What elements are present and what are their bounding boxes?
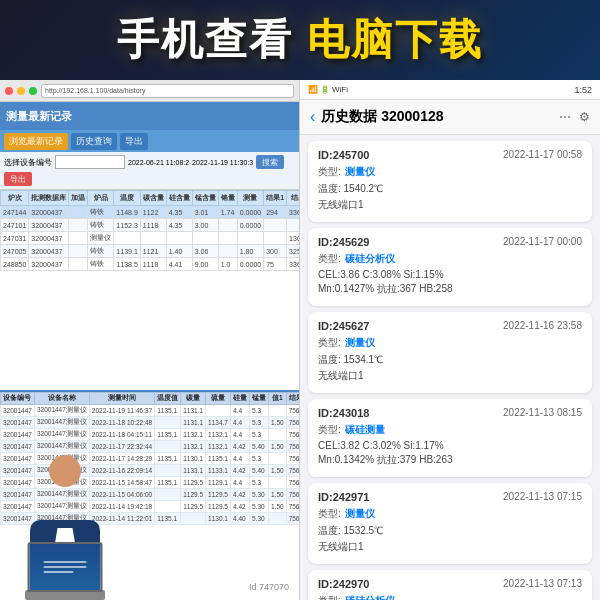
card-header: ID:242971 2022-11-13 07:15 xyxy=(318,491,582,503)
pc-table-wrap: 炉次 批测数据库 加温 炉品 温度 碳含量 硅含量 锰含量 铬量 测量 结果1 … xyxy=(0,190,299,365)
mobile-card-3[interactable]: ID:245627 2022-11-16 23:58 类型: 测量仪 温度: 1… xyxy=(308,312,592,393)
card-type-row: 类型: 碳硅分析仪 xyxy=(318,252,582,266)
mobile-card-1[interactable]: ID:245700 2022-11-17 00:58 类型: 测量仪 温度: 1… xyxy=(308,141,592,222)
card-date: 2022-11-13 07:15 xyxy=(503,491,582,503)
card-id: ID:242971 xyxy=(318,491,369,503)
card-header: ID:242970 2022-11-13 07:13 xyxy=(318,578,582,590)
card-header: ID:245629 2022-11-17 00:00 xyxy=(318,236,582,248)
card-data-temp: 温度: 1532.5℃ xyxy=(318,524,582,538)
card-date: 2022-11-16 23:58 xyxy=(503,320,582,332)
mobile-statusbar: 📶 🔋 WiFi 1:52 xyxy=(300,80,600,100)
card-type-row: 类型: 测量仪 xyxy=(318,165,582,179)
card-date: 2022-11-17 00:00 xyxy=(503,236,582,248)
card-type-row: 类型: 碳硅分析仪 xyxy=(318,594,582,600)
table-row: 3200144732001447测量仪2022-11-17 14:28:29 1… xyxy=(1,453,300,465)
pc-bottom-table: 设备编号 设备名称 测量时间 温度值 碳量 硫量 硅量 锰量 值1 结果 xyxy=(0,392,299,525)
main-content: http://192.168.1.100/data/history 测量最新记录… xyxy=(0,80,600,600)
table-row: 3200144732001447测量仪2022-11-19 11:46:37 1… xyxy=(1,405,300,417)
card-id: ID:243018 xyxy=(318,407,369,419)
table-row: 24703132000437测量仪 1307.8 详情 xyxy=(1,232,300,245)
banner-text: 手机查看 电脑下载 xyxy=(117,12,483,68)
mobile-card-2[interactable]: ID:245629 2022-11-17 00:00 类型: 碳硅分析仪 CEL… xyxy=(308,228,592,306)
table-row: 3200144732001447测量仪2022-11-18 04:15:11 1… xyxy=(1,429,300,441)
card-data-temp: 温度: 1540.2℃ xyxy=(318,182,582,196)
mobile-card-6[interactable]: ID:242970 2022-11-13 07:13 类型: 碳硅分析仪 CEL… xyxy=(308,570,592,600)
card-data-port: 无线端口1 xyxy=(318,369,582,383)
top-banner: 手机查看 电脑下载 xyxy=(0,0,600,80)
share-icon[interactable]: ⋯ xyxy=(559,110,571,124)
mobile-header-icons: ⋯ ⚙ xyxy=(559,110,590,124)
card-id: ID:245629 xyxy=(318,236,369,248)
col-result1: 结果1 xyxy=(264,191,287,206)
mobile-card-4[interactable]: ID:243018 2022-11-13 08:15 类型: 碳硅测量 CEL:… xyxy=(308,399,592,477)
status-time: 1:52 xyxy=(574,85,592,95)
card-data-port: 无线端口1 xyxy=(318,198,582,212)
mobile-card-5[interactable]: ID:242971 2022-11-13 07:15 类型: 测量仪 温度: 1… xyxy=(308,483,592,564)
card-type-row: 类型: 碳硅测量 xyxy=(318,423,582,437)
card-date: 2022-11-13 07:13 xyxy=(503,578,582,590)
col-db: 批测数据库 xyxy=(29,191,69,206)
card-id: ID:242970 xyxy=(318,578,369,590)
col-c: 碳含量 xyxy=(140,191,166,206)
table-row: 3200144732001447测量仪2022-11-14 19:42:18 1… xyxy=(1,501,300,513)
card-header: ID:245700 2022-11-17 00:58 xyxy=(318,149,582,161)
card-data-mn: Mn:0.1427% 抗拉:367 HB:258 xyxy=(318,282,582,296)
col-furnace: 炉次 xyxy=(1,191,29,206)
pc-main-table: 炉次 批测数据库 加温 炉品 温度 碳含量 硅含量 锰含量 铬量 测量 结果1 … xyxy=(0,190,299,271)
card-id: ID:245700 xyxy=(318,149,369,161)
pc-toolbar: 测量最新记录 xyxy=(0,102,299,130)
table-row: 3200144732001447测量仪2022-11-18 10:22:48 1… xyxy=(1,417,300,429)
pc-bottom-section: 设备编号 设备名称 测量时间 温度值 碳量 硫量 硅量 锰量 值1 结果 xyxy=(0,390,299,600)
pc-app: 测量最新记录 浏览最新记录 历史查询 导出 选择设备编号 2022-06-21 … xyxy=(0,102,299,600)
nav-btn-export[interactable]: 导出 xyxy=(120,133,148,150)
card-id: ID:245627 xyxy=(318,320,369,332)
col-result2: 结果2 xyxy=(287,191,299,206)
browser-chrome: http://192.168.1.100/data/history xyxy=(0,80,299,102)
filter-device-label: 选择设备编号 xyxy=(4,157,52,168)
card-data-port: 无线端口1 xyxy=(318,540,582,554)
table-row: 24710132000437铸铁 1152.311184.353.00 0.00… xyxy=(1,219,300,232)
table-row: 3200144732001447测量仪2022-11-15 14:58:47 1… xyxy=(1,477,300,489)
col-product: 炉品 xyxy=(88,191,114,206)
card-date: 2022-11-17 00:58 xyxy=(503,149,582,161)
table-row: 24714432000437铸铁 1148.911224.353.01 1.74… xyxy=(1,206,300,219)
card-type-row: 类型: 测量仪 xyxy=(318,336,582,350)
mobile-app[interactable]: ‹ 历史数据 32000128 ⋯ ⚙ ID:245700 2022-11-17… xyxy=(300,100,600,600)
col-mn: 锰含量 xyxy=(192,191,218,206)
col-si: 硅含量 xyxy=(166,191,192,206)
card-data-mn: Mn:0.1342% 抗拉:379 HB:263 xyxy=(318,453,582,467)
browser-max-dot[interactable] xyxy=(29,87,37,95)
col-cr: 铬量 xyxy=(218,191,237,206)
table-row: 24700532000437铸铁 1139.111211.403.06 1.80… xyxy=(1,245,300,258)
card-date: 2022-11-13 08:15 xyxy=(503,407,582,419)
status-signal: 📶 🔋 WiFi xyxy=(308,85,348,94)
card-data-cel: CEL:3.82 C:3.02% Si:1.17% xyxy=(318,440,582,451)
export-button[interactable]: 导出 xyxy=(4,172,32,186)
table-row: 3200144732001447测量仪2022-11-14 11:22:01 1… xyxy=(1,513,300,525)
pc-app-title: 测量最新记录 xyxy=(6,109,72,124)
browser-address-bar[interactable]: http://192.168.1.100/data/history xyxy=(41,84,294,98)
table-row: 3200144732001447测量仪2022-11-15 04:06:00 1… xyxy=(1,489,300,501)
card-data-temp: 温度: 1534.1℃ xyxy=(318,353,582,367)
col-temp: 温度 xyxy=(114,191,140,206)
col-val: 测量 xyxy=(237,191,263,206)
card-header: ID:243018 2022-11-13 08:15 xyxy=(318,407,582,419)
settings-icon[interactable]: ⚙ xyxy=(579,110,590,124)
browser-min-dot[interactable] xyxy=(17,87,25,95)
right-panel: 📶 🔋 WiFi 1:52 ‹ 历史数据 32000128 ⋯ ⚙ ID:245… xyxy=(300,80,600,600)
back-button[interactable]: ‹ xyxy=(310,108,315,126)
card-data-cel: CEL:3.86 C:3.08% Si:1.15% xyxy=(318,269,582,280)
mobile-page-title: 历史数据 32000128 xyxy=(321,108,553,126)
pc-nav: 浏览最新记录 历史查询 导出 xyxy=(0,130,299,152)
search-button[interactable]: 搜索 xyxy=(256,155,284,169)
left-panel: http://192.168.1.100/data/history 测量最新记录… xyxy=(0,80,300,600)
nav-btn-history[interactable]: 历史查询 xyxy=(71,133,117,150)
filter-device-input[interactable] xyxy=(55,155,125,169)
pc-filter-bar: 选择设备编号 2022-06-21 11:08:2 2022-11-19 11:… xyxy=(0,152,299,190)
nav-btn-latest[interactable]: 浏览最新记录 xyxy=(4,133,68,150)
browser-close-dot[interactable] xyxy=(5,87,13,95)
id-badge: Id 747070 xyxy=(249,582,289,592)
card-header: ID:245627 2022-11-16 23:58 xyxy=(318,320,582,332)
table-row: 24885032000437铸铁 1138.511184.419.00 1.00… xyxy=(1,258,300,271)
card-type-row: 类型: 测量仪 xyxy=(318,507,582,521)
